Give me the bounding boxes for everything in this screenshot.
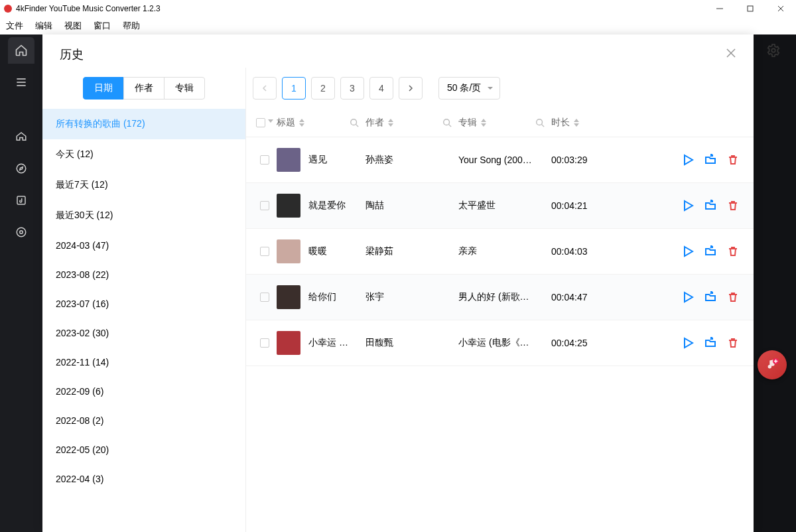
svg-marker-17 xyxy=(299,119,304,122)
play-icon[interactable] xyxy=(682,291,694,303)
menu-help[interactable]: 帮助 xyxy=(117,20,146,32)
open-folder-icon[interactable] xyxy=(704,245,716,257)
play-icon[interactable] xyxy=(682,337,694,349)
svg-marker-8 xyxy=(20,167,23,170)
play-icon[interactable] xyxy=(682,245,694,257)
settings-button[interactable] xyxy=(763,40,784,61)
cell-album: 男人的好 (新歌… xyxy=(458,291,551,303)
column-artist-label[interactable]: 作者 xyxy=(365,117,384,129)
delete-icon[interactable] xyxy=(727,291,739,303)
cell-album: 太平盛世 xyxy=(458,200,551,212)
row-checkbox[interactable] xyxy=(260,338,269,348)
table-row[interactable]: 给你们张宇男人的好 (新歌…00:04:47 xyxy=(246,275,754,320)
filter-tab-artist[interactable]: 作者 xyxy=(123,77,165,100)
sort-icon[interactable] xyxy=(299,119,304,127)
date-group-item[interactable]: 所有转换的歌曲 (172) xyxy=(42,109,245,139)
date-group-item[interactable]: 最近7天 (12) xyxy=(42,170,245,200)
close-button[interactable] xyxy=(765,0,796,17)
menu-file[interactable]: 文件 xyxy=(0,20,29,32)
table-row[interactable]: 就是爱你陶喆太平盛世00:04:21 xyxy=(246,183,754,229)
cell-album: 小幸运 (电影《… xyxy=(458,337,551,349)
nav-explore-icon[interactable] xyxy=(8,155,34,182)
open-folder-icon[interactable] xyxy=(704,291,716,303)
date-group-item[interactable]: 今天 (12) xyxy=(42,139,245,170)
app-icon xyxy=(4,5,12,13)
date-group-item[interactable]: 2022-09 (6) xyxy=(42,377,245,406)
page-next-button[interactable] xyxy=(399,77,423,100)
select-all-checkbox[interactable] xyxy=(256,118,265,127)
menu-window[interactable]: 窗口 xyxy=(88,20,117,32)
date-group-item[interactable]: 2023-07 (16) xyxy=(42,289,245,318)
album-thumb xyxy=(277,285,300,309)
column-duration-label[interactable]: 时长 xyxy=(551,117,570,129)
date-group-item[interactable]: 2022-08 (2) xyxy=(42,406,245,435)
table-row[interactable]: 暖暖梁静茹亲亲00:04:03 xyxy=(246,229,754,275)
page-number-button[interactable]: 3 xyxy=(340,77,364,100)
date-group-item[interactable]: 2024-03 (47) xyxy=(42,231,245,260)
sort-icon[interactable] xyxy=(481,119,486,127)
nav-music-icon[interactable] xyxy=(8,187,34,214)
row-checkbox[interactable] xyxy=(260,155,269,165)
cell-artist: 孙燕姿 xyxy=(365,154,458,166)
table-row[interactable]: 小幸运 …田馥甄小幸运 (电影《…00:04:25 xyxy=(246,320,754,366)
cell-title: 小幸运 … xyxy=(308,337,365,349)
svg-marker-16 xyxy=(268,119,273,123)
column-album-label[interactable]: 专辑 xyxy=(458,117,477,129)
page-number-button[interactable]: 4 xyxy=(369,77,393,100)
date-group-item[interactable]: 2022-04 (3) xyxy=(42,464,245,494)
delete-icon[interactable] xyxy=(727,337,739,349)
album-thumb xyxy=(277,148,300,172)
modal-title: 历史 xyxy=(60,46,84,62)
table-row[interactable]: 遇见孙燕姿Your Song (200…00:03:29 xyxy=(246,137,754,183)
search-icon[interactable] xyxy=(535,118,545,127)
date-group-item[interactable]: 2022-11 (14) xyxy=(42,348,245,377)
date-group-list[interactable]: 所有转换的歌曲 (172) 今天 (12) 最近7天 (12) 最近30天 (1… xyxy=(42,109,245,532)
add-music-fab[interactable] xyxy=(758,350,787,379)
date-group-item[interactable]: 2022-05 (20) xyxy=(42,435,245,464)
date-group-item[interactable]: 最近30天 (12) xyxy=(42,200,245,231)
open-folder-icon[interactable] xyxy=(704,154,716,166)
open-folder-icon[interactable] xyxy=(704,337,716,349)
delete-icon[interactable] xyxy=(727,200,739,212)
nav-menu-toggle[interactable] xyxy=(8,69,34,96)
menu-view[interactable]: 视图 xyxy=(58,20,88,32)
open-folder-icon[interactable] xyxy=(704,200,716,212)
row-checkbox[interactable] xyxy=(260,247,269,256)
row-checkbox[interactable] xyxy=(260,201,269,210)
delete-icon[interactable] xyxy=(727,154,739,166)
svg-point-19 xyxy=(351,119,357,125)
page-size-select[interactable]: 50 条/页 xyxy=(438,77,500,100)
maximize-button[interactable] xyxy=(735,0,765,17)
album-thumb xyxy=(277,239,300,263)
date-group-item[interactable]: 2023-02 (30) xyxy=(42,318,245,348)
row-checkbox[interactable] xyxy=(260,293,269,302)
minimize-button[interactable] xyxy=(704,0,735,17)
svg-point-27 xyxy=(537,119,543,125)
play-icon[interactable] xyxy=(682,200,694,212)
nav-home[interactable] xyxy=(8,37,34,64)
svg-marker-33 xyxy=(685,247,693,256)
page-prev-button[interactable] xyxy=(253,77,277,100)
page-number-button[interactable]: 1 xyxy=(282,77,306,100)
svg-marker-22 xyxy=(388,123,393,127)
left-nav-rail xyxy=(0,34,42,532)
search-icon[interactable] xyxy=(442,118,452,127)
nav-home-icon[interactable] xyxy=(8,123,34,150)
svg-line-20 xyxy=(356,125,359,127)
filter-tab-album[interactable]: 专辑 xyxy=(164,77,205,100)
sort-icon[interactable] xyxy=(574,119,579,127)
column-title-label[interactable]: 标题 xyxy=(277,117,295,129)
results-table-body[interactable]: 遇见孙燕姿Your Song (200…00:03:29就是爱你陶喆太平盛世00… xyxy=(246,137,754,532)
title-bar: 4kFinder YouTube Music Converter 1.2.3 xyxy=(0,0,796,17)
menu-edit[interactable]: 编辑 xyxy=(29,20,58,32)
filter-tab-date[interactable]: 日期 xyxy=(83,77,124,100)
page-number-button[interactable]: 2 xyxy=(311,77,335,100)
sort-icon[interactable] xyxy=(388,119,393,127)
play-icon[interactable] xyxy=(682,154,694,166)
search-icon[interactable] xyxy=(350,118,359,127)
date-group-item[interactable]: 2023-08 (22) xyxy=(42,260,245,289)
delete-icon[interactable] xyxy=(727,245,739,257)
nav-record-icon[interactable] xyxy=(8,219,34,245)
modal-close-button[interactable] xyxy=(726,48,736,61)
cell-title: 暖暖 xyxy=(308,245,365,257)
